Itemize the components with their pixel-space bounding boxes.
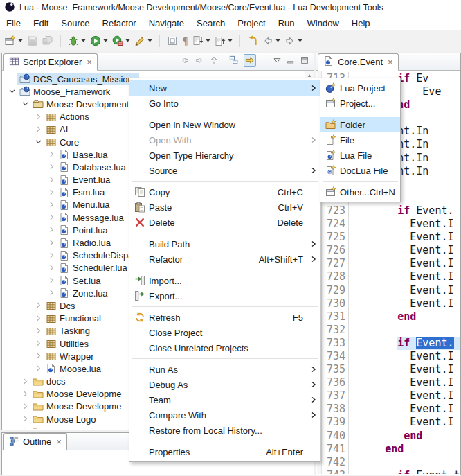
dropdown-arrow-icon[interactable] [81, 39, 86, 42]
chevron-right-icon[interactable] [46, 188, 57, 197]
dropdown-arrow-icon[interactable] [275, 39, 280, 42]
chevron-right-icon[interactable] [46, 276, 57, 285]
chevron-down-icon[interactable] [33, 137, 44, 147]
coverage-button[interactable] [110, 33, 132, 49]
menubar-navigate[interactable]: Navigate [143, 17, 190, 30]
menu-item-lua-project[interactable]: Lua Project [320, 80, 400, 96]
menu-item-debug-as[interactable]: Debug As [129, 377, 320, 392]
close-icon[interactable]: × [388, 57, 393, 67]
menu-item-refactor[interactable]: RefactorAlt+Shift+T [129, 252, 320, 267]
chevron-right-icon[interactable] [33, 301, 44, 310]
run-button[interactable] [88, 33, 110, 49]
menu-item-import[interactable]: Import... [129, 273, 320, 288]
view-forward-button[interactable] [195, 55, 204, 65]
dropdown-arrow-icon[interactable] [103, 39, 108, 42]
menu-item-lua-file[interactable]: Lua File [320, 148, 400, 163]
dropdown-arrow-icon[interactable] [147, 39, 152, 42]
chevron-right-icon[interactable] [46, 251, 57, 261]
menu-item-project[interactable]: Project... [320, 96, 400, 111]
prev-annotation-button[interactable] [213, 33, 235, 49]
menu-item-open-in-new-window[interactable]: Open in New Window [129, 117, 320, 132]
chevron-right-icon[interactable] [33, 339, 44, 349]
chevron-right-icon[interactable] [33, 314, 44, 324]
link-editor-button[interactable] [244, 54, 256, 67]
chevron-right-icon[interactable] [46, 238, 57, 248]
menu-item-refresh[interactable]: RefreshF5 [129, 310, 320, 325]
chevron-right-icon[interactable] [46, 213, 57, 222]
dropdown-arrow-icon[interactable] [206, 39, 210, 42]
menubar-project[interactable]: Project [231, 17, 271, 30]
menubar-edit[interactable]: Edit [27, 17, 55, 30]
chevron-right-icon[interactable] [33, 326, 44, 336]
chevron-right-icon[interactable] [46, 288, 57, 298]
chevron-right-icon[interactable] [20, 414, 30, 424]
chevron-right-icon[interactable] [20, 389, 30, 399]
chevron-down-icon[interactable] [20, 99, 30, 109]
menu-item-copy[interactable]: CopyCtrl+C [129, 184, 320, 200]
chevron-right-icon[interactable] [46, 200, 57, 210]
chevron-right-icon[interactable] [46, 225, 57, 235]
debug-button[interactable] [66, 33, 88, 49]
chevron-right-icon[interactable] [46, 175, 57, 185]
menu-item-file[interactable]: File [320, 132, 400, 148]
menu-item-other[interactable]: Other...Ctrl+N [320, 184, 400, 200]
chevron-down-icon[interactable] [7, 87, 17, 96]
menu-item-close-unrelated-projects[interactable]: Close Unrelated Projects [129, 340, 320, 355]
chevron-right-icon[interactable] [33, 364, 44, 373]
chevron-right-icon[interactable] [33, 125, 44, 134]
menu-item-folder[interactable]: Folder [320, 117, 400, 132]
menubar-run[interactable]: Run [272, 17, 301, 30]
forward-button[interactable] [282, 33, 305, 49]
new-wizard-button[interactable] [3, 33, 25, 49]
tab-script-explorer[interactable]: Script Explorer × [3, 53, 98, 71]
tab-core-event[interactable]: Core.Event × [318, 53, 399, 71]
chevron-right-icon[interactable] [46, 162, 57, 172]
scroll-up-icon[interactable]: ▲ [307, 73, 312, 78]
menu-item-compare-with[interactable]: Compare With [129, 407, 320, 423]
menu-item-delete[interactable]: DeleteDelete [129, 215, 320, 230]
close-icon[interactable]: × [56, 437, 62, 447]
view-back-button[interactable] [180, 55, 190, 65]
menubar-source[interactable]: Source [55, 17, 96, 30]
close-icon[interactable]: × [87, 57, 92, 67]
chevron-right-icon[interactable] [46, 150, 57, 159]
tab-outline[interactable]: Outline × [3, 433, 67, 450]
menu-item-export[interactable]: Export... [129, 288, 320, 303]
chevron-right-icon[interactable] [20, 402, 30, 412]
chevron-right-icon[interactable] [33, 351, 44, 361]
maximize-button[interactable] [300, 56, 309, 65]
menu-item-team[interactable]: Team [129, 392, 320, 407]
menubar-help[interactable]: Help [345, 17, 377, 30]
back-button[interactable] [260, 33, 282, 49]
last-edit-location-button[interactable] [245, 33, 260, 49]
menu-item-new[interactable]: New [129, 80, 320, 96]
dropdown-arrow-icon[interactable] [228, 39, 233, 42]
dropdown-arrow-icon[interactable] [18, 39, 23, 42]
chevron-right-icon[interactable] [20, 377, 30, 387]
menu-item-paste[interactable]: PasteCtrl+V [129, 200, 320, 215]
menu-item-run-as[interactable]: Run As [129, 362, 320, 377]
menu-item-properties[interactable]: PropertiesAlt+Enter [129, 444, 320, 459]
view-menu-button[interactable] [273, 56, 282, 65]
menubar-window[interactable]: Window [301, 17, 345, 30]
menu-item-close-project[interactable]: Close Project [129, 325, 320, 340]
chevron-right-icon[interactable] [46, 263, 57, 273]
next-annotation-button[interactable] [190, 33, 213, 49]
dropdown-arrow-icon[interactable] [298, 39, 302, 42]
menu-item-doclua-file[interactable]: @DocLua File [320, 163, 400, 178]
menu-item-build-path[interactable]: Build Path [129, 236, 320, 252]
up-button[interactable] [209, 55, 219, 65]
minimize-button[interactable] [287, 56, 296, 65]
dropdown-arrow-icon[interactable] [125, 39, 130, 42]
show-whitespace-button[interactable]: ¶ [180, 33, 190, 49]
menu-item-go-into[interactable]: Go Into [129, 96, 320, 111]
chevron-right-icon[interactable] [33, 112, 44, 122]
external-tools-button[interactable] [132, 33, 154, 49]
menu-item-source[interactable]: Source [129, 163, 320, 178]
menu-item-open-type-hierarchy[interactable]: Open Type Hierarchy [129, 148, 320, 163]
menubar-search[interactable]: Search [190, 17, 231, 30]
menu-item-restore-from-local-history[interactable]: Restore from Local History... [129, 423, 320, 438]
menubar-refactor[interactable]: Refactor [96, 17, 143, 30]
collapse-all-button[interactable] [229, 55, 239, 65]
menubar-file[interactable]: File [0, 17, 27, 30]
